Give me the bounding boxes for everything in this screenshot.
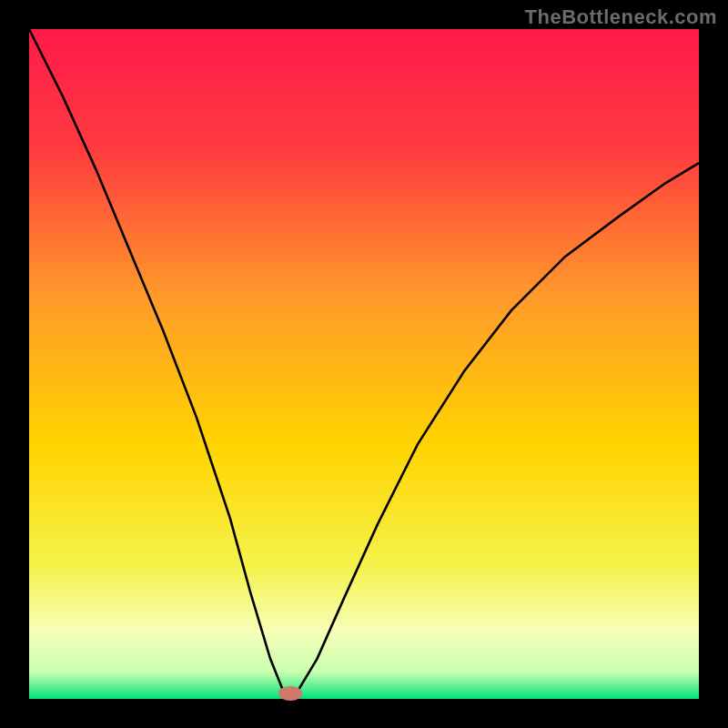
watermark-text: TheBottleneck.com <box>525 5 717 29</box>
chart-stage: TheBottleneck.com <box>0 0 728 728</box>
chart-svg <box>0 0 728 728</box>
heat-background <box>29 29 699 699</box>
plot-area <box>29 29 699 701</box>
optimum-marker <box>278 686 302 701</box>
